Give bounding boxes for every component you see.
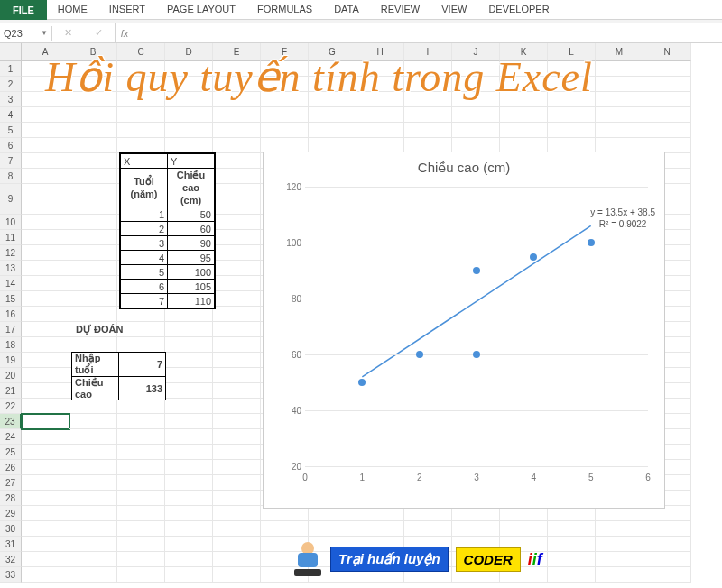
cell[interactable]: 50 bbox=[168, 207, 215, 222]
row-header-11[interactable]: 11 bbox=[0, 230, 22, 245]
cell[interactable] bbox=[548, 123, 596, 138]
cell[interactable] bbox=[165, 368, 213, 383]
cell[interactable] bbox=[165, 460, 213, 475]
cell[interactable] bbox=[69, 138, 117, 153]
cell[interactable]: 3 bbox=[121, 236, 168, 251]
cell[interactable] bbox=[117, 107, 165, 123]
row-header-2[interactable]: 2 bbox=[0, 77, 22, 92]
cell[interactable] bbox=[117, 123, 165, 138]
cell[interactable] bbox=[643, 537, 691, 552]
cell[interactable] bbox=[22, 230, 69, 245]
cell[interactable] bbox=[213, 184, 261, 215]
cell[interactable] bbox=[213, 429, 261, 445]
cell[interactable] bbox=[22, 337, 69, 353]
cell[interactable] bbox=[213, 445, 261, 460]
cell[interactable] bbox=[213, 567, 261, 583]
cell[interactable] bbox=[309, 521, 356, 537]
cell[interactable] bbox=[69, 291, 117, 307]
cell[interactable] bbox=[117, 138, 165, 153]
cell[interactable] bbox=[69, 475, 117, 491]
cell[interactable] bbox=[69, 169, 117, 184]
cell[interactable] bbox=[643, 92, 691, 107]
cell[interactable] bbox=[165, 491, 213, 506]
cell[interactable] bbox=[69, 506, 117, 521]
cell[interactable] bbox=[309, 107, 356, 123]
cell[interactable] bbox=[452, 521, 500, 537]
row-header-13[interactable]: 13 bbox=[0, 261, 22, 276]
cell[interactable] bbox=[69, 123, 117, 138]
cell[interactable] bbox=[117, 429, 165, 445]
cell[interactable] bbox=[22, 276, 69, 291]
row-header-30[interactable]: 30 bbox=[0, 521, 22, 537]
cell[interactable] bbox=[117, 491, 165, 506]
cell[interactable] bbox=[69, 153, 117, 169]
cell[interactable] bbox=[165, 138, 213, 153]
cell[interactable] bbox=[117, 445, 165, 460]
cell[interactable] bbox=[404, 521, 452, 537]
cell[interactable] bbox=[117, 337, 165, 353]
cell[interactable] bbox=[596, 537, 643, 552]
cell[interactable] bbox=[213, 414, 261, 429]
cell[interactable] bbox=[22, 353, 69, 368]
cell[interactable] bbox=[165, 107, 213, 123]
cell[interactable] bbox=[22, 491, 69, 506]
cell[interactable] bbox=[22, 429, 69, 445]
cell[interactable] bbox=[213, 215, 261, 230]
chart[interactable]: Chiều cao (cm) 204060801001200123456 y =… bbox=[263, 152, 665, 509]
cell[interactable] bbox=[213, 107, 261, 123]
cell[interactable] bbox=[69, 552, 117, 567]
cell[interactable] bbox=[117, 506, 165, 521]
cell[interactable] bbox=[596, 107, 643, 123]
cell[interactable] bbox=[117, 322, 165, 337]
cell[interactable] bbox=[213, 261, 261, 276]
cell[interactable] bbox=[22, 368, 69, 383]
cell[interactable] bbox=[22, 307, 69, 322]
cell[interactable] bbox=[117, 475, 165, 491]
cell[interactable] bbox=[69, 567, 117, 583]
cell[interactable] bbox=[69, 414, 117, 429]
formula-input[interactable] bbox=[134, 32, 722, 35]
cell[interactable] bbox=[22, 261, 69, 276]
cell[interactable] bbox=[596, 77, 643, 92]
cell[interactable] bbox=[22, 107, 69, 123]
cell[interactable] bbox=[213, 337, 261, 353]
cell[interactable] bbox=[22, 445, 69, 460]
cell[interactable] bbox=[69, 521, 117, 537]
tab-formulas[interactable]: FORMULAS bbox=[246, 0, 323, 19]
cell[interactable] bbox=[22, 215, 69, 230]
cell[interactable] bbox=[356, 107, 404, 123]
cell[interactable] bbox=[213, 123, 261, 138]
cell[interactable] bbox=[213, 521, 261, 537]
cell[interactable] bbox=[69, 429, 117, 445]
cell[interactable] bbox=[165, 353, 213, 368]
cell[interactable] bbox=[117, 552, 165, 567]
cell[interactable] bbox=[596, 521, 643, 537]
cell[interactable] bbox=[22, 414, 69, 429]
cell[interactable] bbox=[117, 521, 165, 537]
row-header-33[interactable]: 33 bbox=[0, 567, 22, 583]
cell[interactable] bbox=[117, 414, 165, 429]
cell[interactable] bbox=[404, 123, 452, 138]
row-header-32[interactable]: 32 bbox=[0, 552, 22, 567]
predict-height-value[interactable]: 133 bbox=[119, 377, 166, 400]
cell[interactable] bbox=[596, 552, 643, 567]
row-header-28[interactable]: 28 bbox=[0, 491, 22, 506]
row-header-26[interactable]: 26 bbox=[0, 460, 22, 475]
cell[interactable] bbox=[261, 123, 309, 138]
cell[interactable] bbox=[213, 230, 261, 245]
cell[interactable]: 105 bbox=[168, 280, 215, 294]
cell[interactable] bbox=[165, 475, 213, 491]
cell[interactable] bbox=[596, 61, 643, 77]
cell[interactable] bbox=[213, 506, 261, 521]
cell[interactable] bbox=[165, 537, 213, 552]
tab-developer[interactable]: DEVELOPER bbox=[477, 0, 560, 19]
tab-home[interactable]: HOME bbox=[47, 0, 98, 19]
row-header-19[interactable]: 19 bbox=[0, 353, 22, 368]
row-header-23[interactable]: 23 bbox=[0, 414, 22, 429]
cell[interactable] bbox=[213, 307, 261, 322]
cell[interactable] bbox=[596, 92, 643, 107]
row-header-29[interactable]: 29 bbox=[0, 506, 22, 521]
chevron-down-icon[interactable]: ▼ bbox=[41, 29, 48, 37]
cell[interactable] bbox=[22, 322, 69, 337]
cell[interactable] bbox=[500, 107, 548, 123]
